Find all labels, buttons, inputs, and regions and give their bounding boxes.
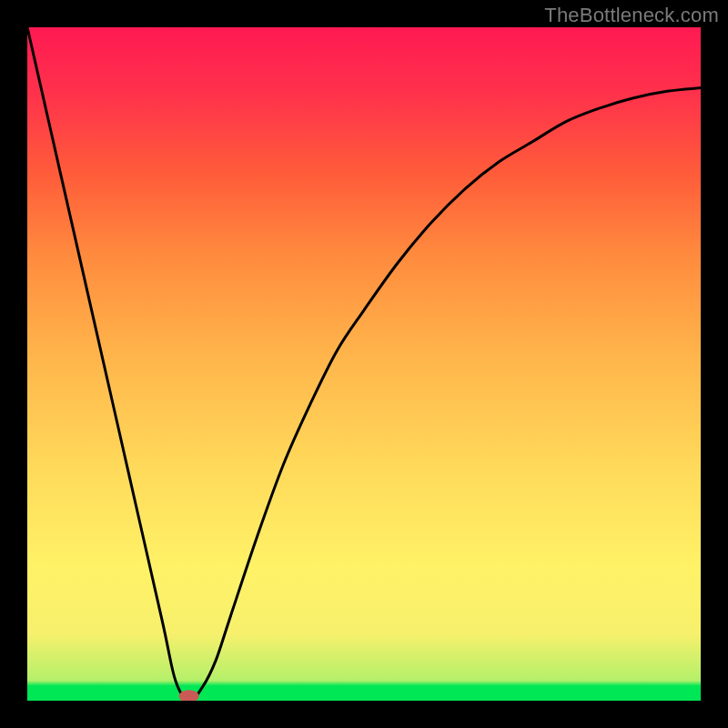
chart-svg [27,27,701,701]
optimal-point-marker [179,690,199,701]
chart-frame: TheBottleneck.com [0,0,728,728]
plot-area [27,27,701,701]
bottleneck-curve [27,27,701,701]
attribution-text: TheBottleneck.com [544,4,719,27]
